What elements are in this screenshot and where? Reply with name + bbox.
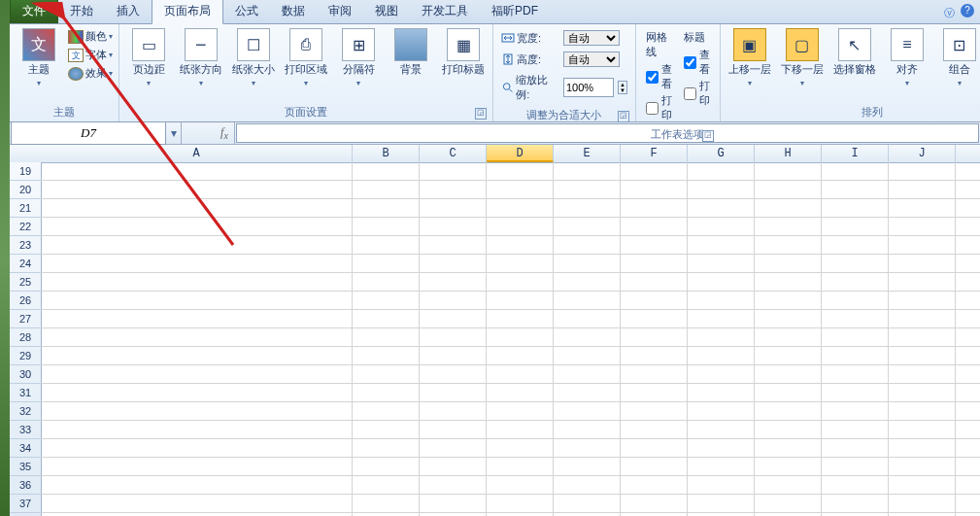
cell-C33[interactable]	[420, 421, 487, 438]
cell-B28[interactable]	[353, 328, 420, 346]
tab-公式[interactable]: 公式	[223, 0, 270, 23]
cell-A22[interactable]	[41, 218, 353, 235]
cell-C24[interactable]	[420, 255, 487, 272]
cell-J20[interactable]	[889, 181, 956, 198]
orientation-button[interactable]: ⎼纸张方向▾	[176, 26, 226, 91]
cell-B20[interactable]	[353, 181, 420, 198]
cell-B22[interactable]	[353, 218, 420, 235]
cell-D19[interactable]	[487, 162, 554, 180]
cell-A37[interactable]	[41, 495, 353, 512]
cell-B31[interactable]	[353, 384, 420, 401]
cell-E19[interactable]	[554, 162, 621, 180]
cell-D21[interactable]	[487, 199, 554, 217]
cell-D36[interactable]	[487, 476, 554, 494]
cell-H31[interactable]	[755, 384, 822, 401]
name-box-dropdown[interactable]: ▾	[167, 122, 182, 144]
cell-I24[interactable]	[822, 255, 889, 272]
cells-area[interactable]	[41, 162, 980, 516]
tab-页面布局[interactable]: 页面布局	[152, 0, 223, 24]
cell-E22[interactable]	[554, 218, 621, 235]
cell-D20[interactable]	[487, 181, 554, 198]
cell-E20[interactable]	[554, 181, 621, 198]
cell-B23[interactable]	[353, 236, 420, 254]
cell-G23[interactable]	[688, 236, 755, 254]
cell-G36[interactable]	[688, 476, 755, 494]
cell-C30[interactable]	[420, 365, 487, 383]
cell-E33[interactable]	[554, 421, 621, 438]
cell-F29[interactable]	[621, 347, 688, 364]
name-box[interactable]: D7	[11, 121, 166, 145]
cell-F36[interactable]	[621, 476, 688, 494]
select-all-corner[interactable]	[10, 145, 42, 163]
cell-G33[interactable]	[688, 421, 755, 438]
themes-button[interactable]: 文 主题▾	[14, 26, 64, 91]
tab-福昕PDF[interactable]: 福昕PDF	[480, 0, 550, 23]
tab-审阅[interactable]: 审阅	[317, 0, 363, 23]
cell-I23[interactable]	[822, 236, 889, 254]
row-header-35[interactable]: 35	[10, 458, 41, 476]
cell-D31[interactable]	[487, 384, 554, 401]
cell-G24[interactable]	[688, 255, 755, 272]
col-header-E[interactable]: E	[554, 145, 621, 162]
cell-I37[interactable]	[822, 495, 889, 512]
cell-E27[interactable]	[554, 310, 621, 327]
cell-F32[interactable]	[621, 402, 688, 420]
cell-H35[interactable]	[755, 458, 822, 475]
cell-F21[interactable]	[621, 199, 688, 217]
cell-G30[interactable]	[688, 365, 755, 383]
col-header-B[interactable]: B	[353, 145, 420, 162]
cell-G20[interactable]	[688, 181, 755, 198]
col-header-D[interactable]: D	[487, 145, 554, 162]
cell-J24[interactable]	[889, 255, 956, 272]
cell-G26[interactable]	[688, 292, 755, 309]
cell-J26[interactable]	[889, 292, 956, 309]
cell-B33[interactable]	[353, 421, 420, 438]
row-header-37[interactable]: 37	[10, 495, 41, 513]
cell-E24[interactable]	[554, 255, 621, 272]
cell-A35[interactable]	[41, 458, 353, 475]
breaks-button[interactable]: ⊞分隔符▾	[333, 26, 384, 91]
cell-D30[interactable]	[487, 365, 554, 383]
cell-B27[interactable]	[353, 310, 420, 327]
cell-B26[interactable]	[353, 292, 420, 309]
row-header-36[interactable]: 36	[10, 476, 41, 495]
col-header-A[interactable]: A	[41, 145, 353, 162]
cell-A23[interactable]	[41, 236, 353, 254]
cell-B32[interactable]	[353, 402, 420, 420]
cell-D35[interactable]	[487, 458, 554, 475]
row-header-22[interactable]: 22	[10, 218, 41, 236]
cell-G37[interactable]	[688, 495, 755, 512]
cell-H27[interactable]	[755, 310, 822, 327]
cell-A21[interactable]	[41, 199, 353, 217]
cell-I29[interactable]	[822, 347, 889, 364]
cell-J34[interactable]	[889, 439, 956, 457]
cell-G25[interactable]	[688, 273, 755, 291]
ribbon-minimize-icon[interactable]: ⓥ	[944, 6, 955, 20]
cell-D37[interactable]	[487, 495, 554, 512]
cell-E26[interactable]	[554, 292, 621, 309]
cell-I35[interactable]	[822, 458, 889, 475]
cell-J25[interactable]	[889, 273, 956, 291]
cell-E36[interactable]	[554, 476, 621, 494]
cell-C37[interactable]	[420, 495, 487, 512]
cell-J32[interactable]	[889, 402, 956, 420]
cell-G21[interactable]	[688, 199, 755, 217]
cell-G27[interactable]	[688, 310, 755, 327]
cell-E21[interactable]	[554, 199, 621, 217]
cell-C31[interactable]	[420, 384, 487, 401]
col-header-F[interactable]: F	[621, 145, 688, 162]
cell-J36[interactable]	[889, 476, 956, 494]
cell-J28[interactable]	[889, 328, 956, 346]
cell-D25[interactable]	[487, 273, 554, 291]
cell-A31[interactable]	[41, 384, 353, 401]
cell-C19[interactable]	[420, 162, 487, 180]
cell-F33[interactable]	[621, 421, 688, 438]
cell-F35[interactable]	[621, 458, 688, 475]
cell-F23[interactable]	[621, 236, 688, 254]
worksheet-grid[interactable]: ABCDEFGHIJ 19202122232425262728293031323…	[10, 145, 980, 516]
theme-fonts-button[interactable]: 文字体▾	[66, 47, 115, 63]
zoom-input[interactable]	[563, 78, 614, 97]
cell-H36[interactable]	[755, 476, 822, 494]
cell-J21[interactable]	[889, 199, 956, 217]
cell-H26[interactable]	[755, 292, 822, 309]
